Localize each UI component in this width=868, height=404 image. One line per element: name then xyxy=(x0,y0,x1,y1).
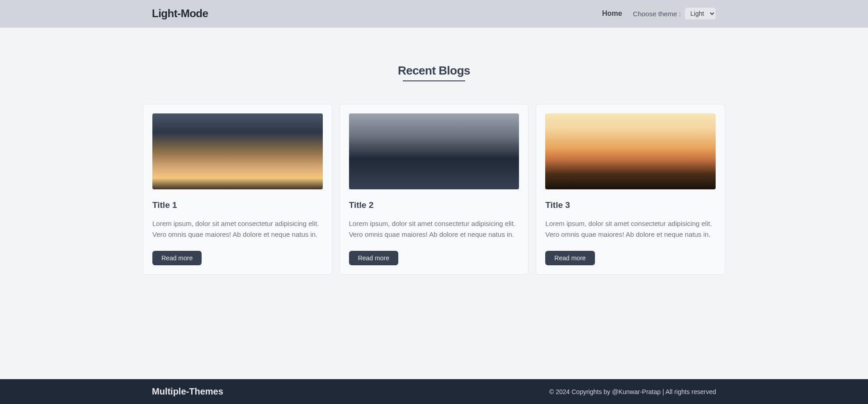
card-description: Lorem ipsum, dolor sit amet consectetur … xyxy=(152,218,323,240)
footer-container: Multiple-Themes © 2024 Copyrights by @Ku… xyxy=(143,386,725,397)
read-more-button[interactable]: Read more xyxy=(152,251,202,265)
card-description: Lorem ipsum, dolor sit amet consectetur … xyxy=(545,218,716,240)
card-description: Lorem ipsum, dolor sit amet consectetur … xyxy=(349,218,519,240)
theme-select[interactable]: Light xyxy=(684,7,716,20)
card-image xyxy=(349,113,519,189)
section-title: Recent Blogs xyxy=(9,64,859,78)
nav-right: Home Choose theme : Light xyxy=(602,7,716,20)
title-underline xyxy=(403,80,465,81)
header-container: Light-Mode Home Choose theme : Light xyxy=(143,7,725,20)
header: Light-Mode Home Choose theme : Light xyxy=(0,0,868,28)
read-more-button[interactable]: Read more xyxy=(545,251,594,265)
card-image xyxy=(545,113,716,189)
footer: Multiple-Themes © 2024 Copyrights by @Ku… xyxy=(0,379,868,404)
footer-brand: Multiple-Themes xyxy=(152,386,223,397)
blog-card: Title 1 Lorem ipsum, dolor sit amet cons… xyxy=(143,104,332,275)
nav-link-home[interactable]: Home xyxy=(602,9,622,18)
brand-title: Light-Mode xyxy=(152,7,208,20)
cards-container: Title 1 Lorem ipsum, dolor sit amet cons… xyxy=(143,104,725,275)
main-content: Recent Blogs Title 1 Lorem ipsum, dolor … xyxy=(0,28,868,379)
footer-copyright: © 2024 Copyrights by @Kunwar-Pratap | Al… xyxy=(549,388,716,395)
blog-card: Title 2 Lorem ipsum, dolor sit amet cons… xyxy=(340,104,529,275)
card-title: Title 1 xyxy=(152,200,323,210)
read-more-button[interactable]: Read more xyxy=(349,251,398,265)
theme-label: Choose theme : xyxy=(633,10,681,18)
card-title: Title 2 xyxy=(349,200,519,210)
theme-section: Choose theme : Light xyxy=(633,7,716,20)
card-image xyxy=(152,113,323,189)
card-title: Title 3 xyxy=(545,200,716,210)
blog-card: Title 3 Lorem ipsum, dolor sit amet cons… xyxy=(536,104,725,275)
